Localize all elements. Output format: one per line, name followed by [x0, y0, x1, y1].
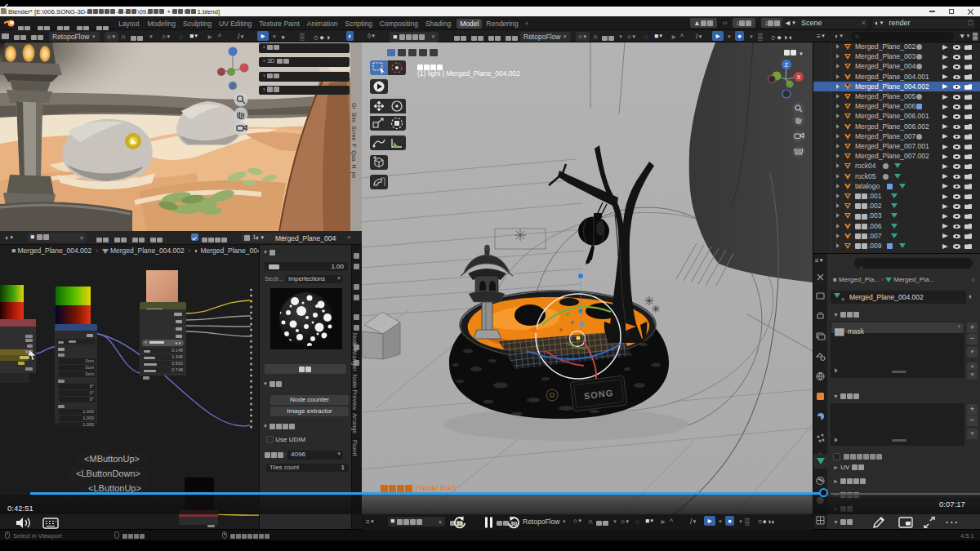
svg-text:Z: Z: [785, 62, 789, 68]
svg-text:10: 10: [457, 520, 463, 527]
svg-text:X: X: [797, 74, 801, 80]
svg-text:30: 30: [510, 520, 517, 527]
